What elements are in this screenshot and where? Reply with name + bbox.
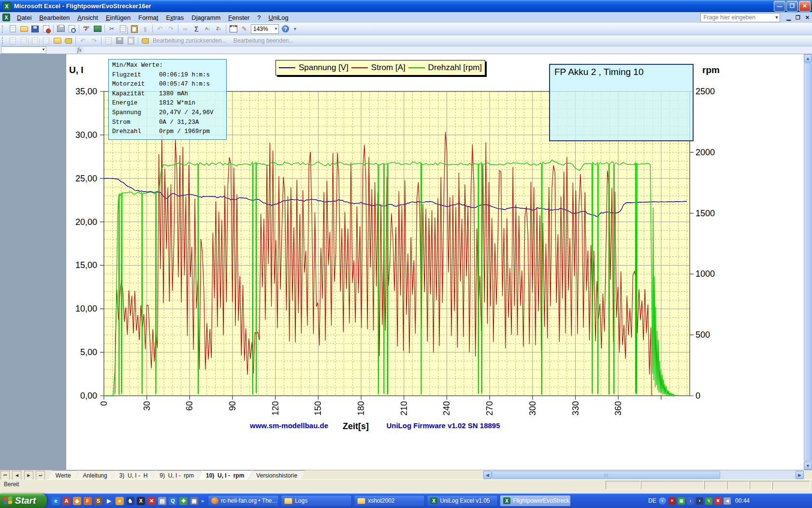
menu-?[interactable]: ? — [253, 13, 264, 22]
sheet-restore-icon[interactable]: ❐ — [796, 15, 800, 21]
monitor-icon[interactable]: ▣ — [190, 497, 198, 505]
print-button[interactable] — [55, 24, 66, 34]
menu-extras[interactable]: Extras — [162, 13, 188, 22]
volume-icon[interactable]: ◀ — [724, 497, 731, 505]
sepia-icon[interactable]: S — [94, 497, 102, 505]
sheet-close-icon[interactable]: ✕ — [805, 15, 810, 21]
info-box-value: 0A / 31,23A — [159, 119, 199, 126]
sheet-tab-1[interactable]: Werte — [48, 470, 79, 480]
permission-button[interactable] — [41, 24, 52, 34]
new-document-button[interactable] — [7, 24, 18, 34]
taskbar-button-2[interactable]: Logs — [281, 495, 352, 507]
taskbar-button-3[interactable]: xshot2002 — [354, 495, 425, 507]
chart-legend[interactable]: Spannung [V]Strom [A]Drehzahl [rpm] — [276, 60, 485, 75]
sheet-minimize-icon[interactable]: ▁ — [786, 15, 790, 21]
research-button[interactable] — [92, 24, 103, 34]
menu-unilog[interactable]: UniLog — [265, 13, 292, 22]
sheet-tab-3[interactable]: 3) U, I - H — [112, 470, 156, 480]
flame-icon[interactable]: ◆ — [73, 497, 81, 505]
name-box[interactable]: ▼ — [1, 46, 46, 54]
horizontal-scrollbar[interactable]: ◀ ||| ▶ — [483, 470, 804, 479]
scroll-up-icon[interactable]: ▲ — [804, 54, 812, 62]
autosum-button[interactable]: Σ — [191, 24, 202, 34]
acrobat-icon[interactable]: A — [62, 497, 71, 505]
sort-descending-button[interactable]: Z↓ — [213, 24, 224, 34]
knight-icon[interactable]: ♞ — [126, 497, 134, 505]
mail-cancel-button[interactable] — [63, 36, 74, 46]
minmax-info-box[interactable]: Min/Max Werte: Flugzeit00:06:19 h:m:sMot… — [108, 59, 227, 140]
sheet-tab-5[interactable]: 10) U, I - rpm — [198, 470, 252, 480]
horizontal-scroll-thumb[interactable]: ||| — [492, 471, 720, 479]
toolbar-options-icon[interactable]: ▼ — [292, 24, 298, 33]
menu-einfgen[interactable]: Einfügen — [102, 13, 134, 22]
first-sheet-button[interactable]: ⏮ — [0, 471, 10, 480]
last-sheet-button[interactable]: ⏭ — [36, 471, 45, 480]
minimize-button[interactable]: — — [774, 1, 785, 12]
menu-bearbeiten[interactable]: Bearbeiten — [35, 13, 73, 22]
open-button[interactable] — [18, 24, 29, 34]
copy-button[interactable] — [117, 24, 129, 34]
document-icon[interactable]: ▤ — [158, 497, 166, 505]
left-axis-tick-label: 35,00 — [66, 86, 97, 97]
zoom-input[interactable]: 143%▼ — [251, 24, 279, 34]
close-button[interactable]: ✕ — [799, 1, 811, 12]
ie-icon[interactable]: e — [52, 497, 60, 505]
sheet-tab-2[interactable]: Anleitung — [75, 470, 115, 480]
menu-diagramm[interactable]: Diagramm — [188, 13, 224, 22]
drawing-button[interactable]: ✎ — [239, 24, 250, 34]
vertical-scrollbar[interactable]: ▲ ▼ — [804, 54, 812, 470]
x-red-icon[interactable]: ✕ — [147, 497, 156, 505]
mediaplayer-icon[interactable]: ▶ — [105, 497, 113, 505]
power-icon[interactable]: ↯ — [705, 497, 712, 505]
menu-format[interactable]: Format — [134, 13, 162, 22]
orange-ball-icon[interactable]: ● — [116, 497, 124, 505]
scroll-right-icon[interactable]: ▶ — [796, 471, 804, 479]
restore-button[interactable]: ❐ — [786, 1, 798, 12]
annotation-box[interactable]: FP Akku 2 , Timing 10 — [549, 64, 694, 141]
tray-collapse-icon[interactable]: ‹ — [659, 497, 666, 505]
chart-wizard-button[interactable] — [228, 24, 239, 34]
workbook-icon[interactable]: X — [2, 14, 10, 21]
send-keys-button[interactable] — [140, 36, 151, 46]
scroll-down-icon[interactable]: ▼ — [804, 462, 812, 470]
print-preview-button[interactable] — [66, 24, 77, 34]
chart-sheet[interactable]: U, I rpm 35,0030,0025,0020,0015,0010,005… — [66, 54, 804, 470]
toolbar-grip[interactable] — [2, 37, 5, 45]
taskbar-button-1[interactable]: rc-heli-fan.org • The... — [208, 495, 279, 507]
language-indicator[interactable]: DE — [648, 497, 656, 504]
x-black-icon[interactable]: X — [137, 497, 145, 505]
website-link[interactable]: www.sm-modellbau.de — [250, 421, 328, 430]
scroll-left-icon[interactable]: ◀ — [483, 471, 492, 479]
menu-ansicht[interactable]: Ansicht — [73, 13, 102, 22]
firefox-icon[interactable]: F — [84, 497, 92, 505]
sheet-tab-6[interactable]: Versionshistorie — [248, 470, 305, 480]
green-cross-icon[interactable]: ✚ — [179, 497, 188, 505]
spelling-button[interactable]: ABC✔ — [81, 24, 92, 34]
network-icon[interactable]: ▦ — [678, 497, 685, 505]
messenger-icon[interactable]: ◗ — [696, 497, 703, 505]
next-sheet-button[interactable]: ▶ — [24, 471, 33, 480]
alert-icon[interactable]: ✖ — [714, 497, 722, 505]
media-icon[interactable]: ♪ — [687, 497, 694, 505]
question-input[interactable]: Frage hier eingeben ▼ — [700, 13, 780, 22]
menu-fenster[interactable]: Fenster — [224, 13, 253, 22]
paste-button[interactable] — [129, 24, 140, 34]
save-button[interactable] — [29, 24, 41, 34]
taskbar-button-4[interactable]: XUniLog Excel v1.05 — [427, 495, 498, 507]
quick-launch-more-icon[interactable]: » — [201, 498, 204, 504]
cut-button[interactable]: ✂ — [106, 24, 117, 34]
copy-yellow-button[interactable] — [52, 36, 63, 46]
antivirus-icon[interactable]: ✕ — [668, 497, 676, 505]
info-box-row: Drehzahl0rpm / 1969rpm — [112, 127, 226, 137]
prev-sheet-button[interactable]: ◀ — [12, 471, 21, 480]
toolbar-grip[interactable] — [2, 25, 5, 33]
fx-icon[interactable]: fx — [75, 46, 84, 54]
taskbar-button-5[interactable]: XFlightpowerEvoStreck... — [500, 495, 571, 507]
menu-datei[interactable]: Datei — [13, 13, 35, 22]
q-icon[interactable]: Q — [169, 497, 177, 505]
start-button[interactable]: Start — [0, 493, 47, 508]
vertical-scroll-thumb[interactable] — [804, 63, 812, 461]
sheet-tab-4[interactable]: 9) U, I - rpm — [152, 470, 202, 480]
sort-ascending-button[interactable]: A↓ — [202, 24, 213, 34]
help-button[interactable]: ? — [280, 24, 291, 34]
